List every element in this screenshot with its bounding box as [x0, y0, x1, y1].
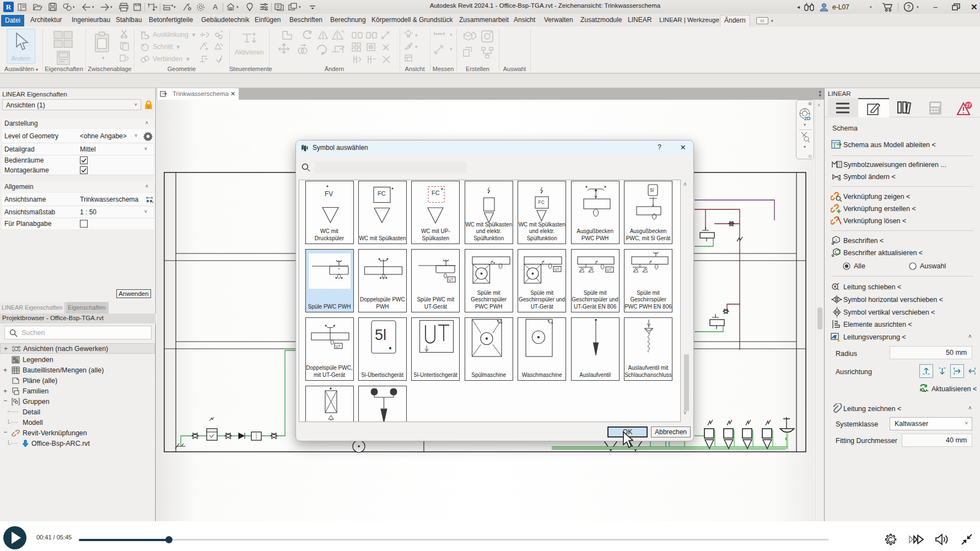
svg-text:UT: UT [449, 278, 454, 282]
svg-text:5l: 5l [375, 327, 386, 343]
svg-text:UT: UT [554, 267, 559, 271]
svg-text:R: R [6, 3, 12, 11]
svg-text:FC: FC [378, 190, 386, 197]
svg-text:UT: UT [607, 268, 612, 272]
svg-text:5l: 5l [650, 187, 654, 193]
svg-text:FV: FV [325, 190, 333, 198]
svg-text:?: ? [907, 4, 910, 10]
svg-text:FC: FC [432, 190, 440, 196]
svg-text:27: 27 [966, 102, 971, 108]
svg-text:1: 1 [835, 237, 838, 242]
svg-text:UT: UT [336, 344, 341, 348]
svg-text:FC: FC [539, 199, 545, 205]
